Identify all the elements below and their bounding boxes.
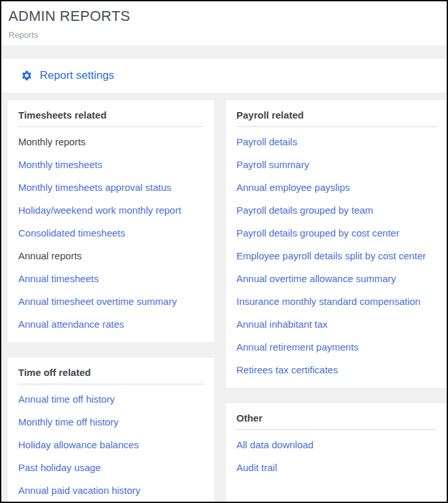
report-link[interactable]: Monthly timesheets [18,159,102,170]
report-link[interactable]: Monthly timesheets approval status [18,182,171,193]
report-row: Past holiday usage [18,456,204,479]
section-card-timesheets-related: Timesheets relatedMonthly reportsMonthly… [8,100,214,342]
report-row: Annual attendance rates [18,313,204,336]
report-row: Retirees tax certificates [236,358,436,381]
report-row: Consolidated timesheets [18,222,204,244]
section-title: Payroll related [236,109,436,127]
report-row: Annual retirement payments [236,336,436,358]
report-row: Annual reports [18,244,204,267]
report-row: Monthly timesheets approval status [18,176,204,199]
report-link[interactable]: Annual attendance rates [18,319,124,330]
report-row: Monthly reports [18,130,204,153]
report-link[interactable]: Payroll details grouped by team [236,205,373,216]
page-header: ADMIN REPORTS Reports [1,1,447,46]
report-row: Audit trail [236,456,436,479]
report-link[interactable]: All data download [236,439,313,450]
header-divider-band [1,46,447,59]
report-link[interactable]: Annual timesheets [18,273,98,284]
report-row: Holiday/weekend work monthly report [18,199,204,222]
section-title: Timesheets related [18,109,204,127]
report-link[interactable]: Payroll summary [236,159,309,170]
column-1: Timesheets relatedMonthly reportsMonthly… [8,100,214,502]
report-row: Payroll details grouped by cost center [236,222,436,244]
report-row: Annual time off history [18,388,204,410]
report-link[interactable]: Annual time off history [18,394,115,405]
report-row: Monthly time off history [18,410,204,433]
report-link[interactable]: Annual timesheet overtime summary [18,296,176,307]
report-list: Monthly reportsMonthly timesheetsMonthly… [18,130,204,336]
report-group-label: Monthly reports [18,136,85,147]
section-title: Time off related [18,367,204,384]
report-link[interactable]: Retirees tax certificates [236,364,338,375]
admin-reports-page: ADMIN REPORTS Reports Report settings Ti… [1,1,447,502]
section-title: Other [236,412,436,430]
report-link[interactable]: Payroll details grouped by cost center [236,227,399,238]
report-list: Payroll detailsPayroll summaryAnnual emp… [236,130,436,381]
report-link[interactable]: Payroll details [236,136,297,147]
report-row: Annual inhabitant tax [236,313,436,336]
report-link[interactable]: Monthly time off history [18,416,119,427]
section-card-other: OtherAll data downloadAudit trail [226,403,447,502]
report-link[interactable]: Annual paid vacation history [18,485,141,496]
report-row: Holiday allowance balances [18,433,204,456]
report-row: Payroll details grouped by team [236,199,436,222]
report-link[interactable]: Consolidated timesheets [18,227,125,238]
report-link[interactable]: Annual inhabitant tax [236,319,328,330]
report-row: Annual timesheets [18,267,204,290]
report-row: Annual paid vacation history [18,479,204,502]
report-link[interactable]: Past holiday usage [18,462,101,473]
report-settings-link[interactable]: Report settings [21,69,114,82]
settings-toolbar: Report settings [1,59,447,93]
gear-icon [21,70,33,81]
report-row: Monthly timesheets [18,153,204,176]
report-row: Insurance monthly standard compensation [236,290,436,313]
section-card-payroll-related: Payroll relatedPayroll detailsPayroll su… [226,100,447,388]
report-group-label: Annual reports [18,250,82,261]
report-link[interactable]: Annual overtime allowance summary [236,273,396,284]
report-link[interactable]: Holiday allowance balances [18,439,139,450]
report-row: Payroll summary [236,153,436,176]
report-list: Annual time off historyMonthly time off … [18,388,204,502]
column-2: Payroll relatedPayroll detailsPayroll su… [226,100,447,502]
reports-grid: Timesheets relatedMonthly reportsMonthly… [1,93,447,502]
report-link[interactable]: Holiday/weekend work monthly report [18,205,181,216]
report-list: All data downloadAudit trail [236,433,436,479]
report-row: Annual timesheet overtime summary [18,290,204,313]
report-row: All data download [236,433,436,456]
report-row: Annual overtime allowance summary [236,267,436,290]
report-row: Employee payroll details split by cost c… [236,244,436,267]
section-card-time-off-related: Time off relatedAnnual time off historyM… [8,358,214,502]
report-link[interactable]: Annual employee payslips [236,182,350,193]
report-row: Annual employee payslips [236,176,436,199]
report-link[interactable]: Insurance monthly standard compensation [236,296,421,307]
report-link[interactable]: Employee payroll details split by cost c… [236,250,426,261]
report-link[interactable]: Audit trail [236,462,277,473]
page-title: ADMIN REPORTS [8,8,439,25]
report-settings-label: Report settings [40,69,114,82]
breadcrumb: Reports [8,30,439,40]
report-link[interactable]: Annual retirement payments [236,341,359,352]
report-row: Payroll details [236,130,436,153]
